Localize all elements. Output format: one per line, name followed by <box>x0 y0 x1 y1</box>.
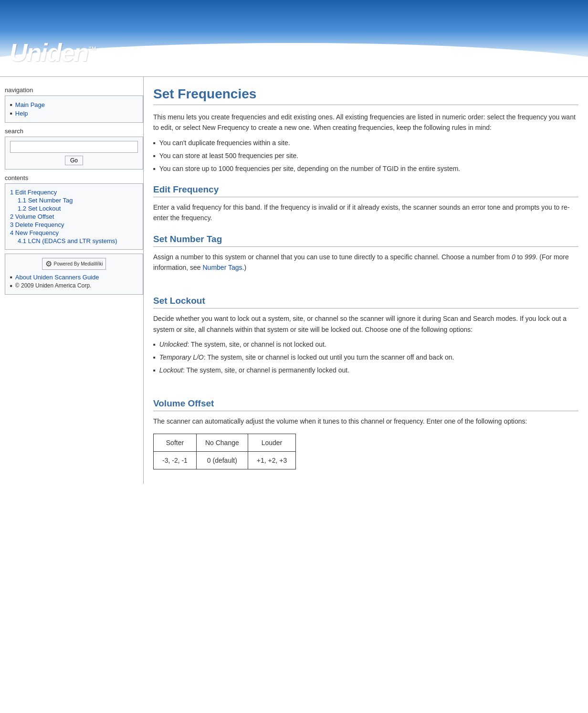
contents-item-4: 4 New Frequency <box>10 229 138 236</box>
mediawiki-logo: ⚙ Powered By MediaWiki <box>10 258 138 270</box>
contents-link-4-1[interactable]: 4.1 LCN (EDACS and LTR systems) <box>18 237 117 245</box>
search-box: Go <box>5 137 143 170</box>
rule-3: You can store up to 1000 frequencies per… <box>153 164 578 174</box>
intro-paragraph: This menu lets you create frequencies an… <box>153 112 578 133</box>
rule-2: You can store at least 500 frequencies p… <box>153 151 578 161</box>
vol-value-no-change: 0 (default) <box>196 451 248 469</box>
site-header: Uniden™ <box>0 0 588 76</box>
mediawiki-label: Powered By MediaWiki <box>54 261 103 266</box>
navigation-box: Main Page Help <box>5 96 143 123</box>
contents-item-1: 1 Edit Frequency <box>10 189 138 196</box>
mediawiki-icon: ⚙ <box>45 259 52 268</box>
vol-table-values-row: -3, -2, -1 0 (default) +1, +2, +3 <box>154 451 296 469</box>
section-heading-set-lockout: Set Lockout <box>153 296 578 309</box>
lockout-item-temporary: Temporary L/O: The system, site or chann… <box>153 352 578 362</box>
nav-link-help[interactable]: Help <box>15 110 28 117</box>
contents-link-1[interactable]: 1 Edit Frequency <box>10 189 57 196</box>
nav-item-help: Help <box>10 110 138 117</box>
nav-item-main: Main Page <box>10 101 138 108</box>
footer-box: ⚙ Powered By MediaWiki About Uniden Scan… <box>5 254 143 295</box>
sidebar: navigation Main Page Help search Go cont… <box>0 77 143 299</box>
contents-title: contents <box>5 174 143 181</box>
footer-copyright: © 2009 Uniden America Corp. <box>15 282 92 289</box>
search-title: search <box>5 128 143 135</box>
footer-link-about[interactable]: About Uniden Scanners Guide <box>15 274 99 281</box>
contents-link-1-1[interactable]: 1.1 Set Number Tag <box>18 197 73 204</box>
footer-links: About Uniden Scanners Guide © 2009 Unide… <box>10 274 138 289</box>
section-heading-volume-offset: Volume Offset <box>153 398 578 411</box>
volume-offset-para: The scanner can automatically adjust the… <box>153 416 578 426</box>
contents-item-4-1: 4.1 LCN (EDACS and LTR systems) <box>10 237 138 245</box>
contents-link-1-2[interactable]: 1.2 Set Lockout <box>18 205 61 212</box>
nav-link-main[interactable]: Main Page <box>15 101 45 108</box>
contents-link-2[interactable]: 2 Volume Offset <box>10 213 54 220</box>
rule-1: You can't duplicate frequencies within a… <box>153 138 578 148</box>
logo-container: Uniden™ <box>10 38 95 67</box>
vol-header-softer: Softer <box>154 434 197 451</box>
contents-box: 1 Edit Frequency 1.1 Set Number Tag 1.2 … <box>5 183 143 250</box>
set-number-tag-para: Assign a number to this system or channe… <box>153 252 578 273</box>
vol-header-louder: Louder <box>248 434 295 451</box>
footer-item-copyright: © 2009 Uniden America Corp. <box>10 282 138 289</box>
logo-text: Uniden <box>10 39 88 66</box>
contents-link-4[interactable]: 4 New Frequency <box>10 229 59 236</box>
rules-list: You can't duplicate frequencies within a… <box>153 138 578 174</box>
navigation-title: navigation <box>5 86 143 94</box>
logo-tm: ™ <box>88 45 95 54</box>
contents-item-1-2: 1.2 Set Lockout <box>10 205 138 212</box>
contents-link-3[interactable]: 3 Delete Frequency <box>10 221 64 228</box>
lockout-item-unlocked: Unlocked: The system, site, or channel i… <box>153 340 578 350</box>
section-heading-edit-frequency: Edit Frequency <box>153 184 578 197</box>
contents-item-1-1: 1.1 Set Number Tag <box>10 197 138 204</box>
nav-list: Main Page Help <box>10 101 138 117</box>
vol-value-louder: +1, +2, +3 <box>248 451 295 469</box>
lockout-item-lockout: Lockout: The system, site, or channel is… <box>153 365 578 375</box>
vol-header-no-change: No Change <box>196 434 248 451</box>
main-content: Set Frequencies This menu lets you creat… <box>143 77 588 484</box>
section-heading-set-number-tag: Set Number Tag <box>153 234 578 247</box>
contents-item-2: 2 Volume Offset <box>10 213 138 220</box>
logo: Uniden™ <box>10 39 95 66</box>
vol-table-header-row: Softer No Change Louder <box>154 434 296 451</box>
footer-item-about: About Uniden Scanners Guide <box>10 274 138 281</box>
lockout-list: Unlocked: The system, site, or channel i… <box>153 340 578 375</box>
contents-item-3: 3 Delete Frequency <box>10 221 138 228</box>
search-go-button[interactable]: Go <box>65 156 83 165</box>
volume-offset-table: Softer No Change Louder -3, -2, -1 0 (de… <box>153 434 296 469</box>
page-layout: navigation Main Page Help search Go cont… <box>0 77 588 484</box>
vol-value-softer: -3, -2, -1 <box>154 451 197 469</box>
edit-frequency-para: Enter a valid frequency for this band. I… <box>153 202 578 223</box>
contents-list: 1 Edit Frequency 1.1 Set Number Tag 1.2 … <box>10 189 138 245</box>
number-tags-link[interactable]: Number Tags <box>203 264 242 271</box>
set-lockout-para: Decide whether you want to lock out a sy… <box>153 313 578 335</box>
page-title: Set Frequencies <box>153 86 578 105</box>
mediawiki-badge: ⚙ Powered By MediaWiki <box>42 258 106 270</box>
search-input[interactable] <box>10 141 138 153</box>
